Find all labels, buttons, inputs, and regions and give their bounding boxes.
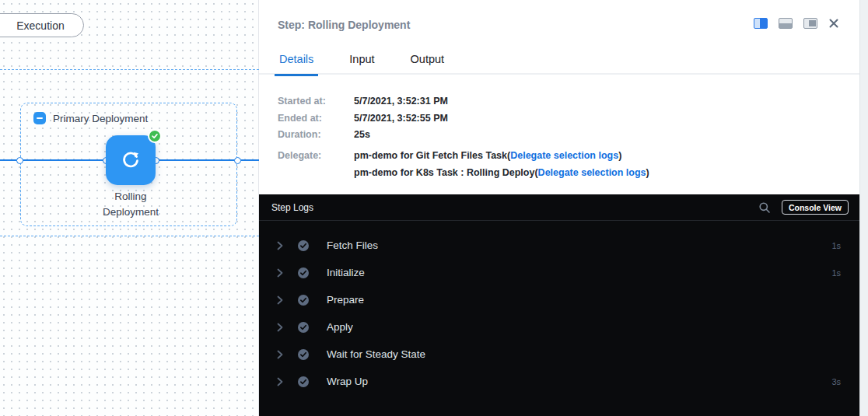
- group-label: Primary Deployment: [53, 113, 148, 124]
- log-row-wait-for-steady-state[interactable]: Wait for Steady State: [259, 341, 859, 368]
- log-section-label: Initialize: [327, 267, 831, 278]
- delegate-selection-logs-link[interactable]: Delegate selection logs: [538, 167, 646, 178]
- close-icon[interactable]: [828, 18, 839, 29]
- detail-value: 5/7/2021, 3:52:31 PM: [354, 96, 448, 107]
- chevron-right-icon[interactable]: [277, 377, 285, 386]
- log-row-initialize[interactable]: Initialize 1s: [259, 259, 859, 286]
- detail-row: Started at: 5/7/2021, 3:52:31 PM: [278, 96, 649, 107]
- detail-value: 25s: [354, 130, 370, 140]
- log-section-label: Apply: [327, 321, 841, 333]
- tab-details[interactable]: Details: [278, 48, 315, 75]
- check-circle-icon: [298, 267, 309, 278]
- step-detail-panel: Step: Rolling Deployment Details Input O…: [259, 0, 859, 416]
- chevron-right-icon[interactable]: [277, 350, 285, 359]
- search-icon[interactable]: [758, 201, 771, 214]
- check-circle-icon: [298, 349, 309, 360]
- group-header: Primary Deployment: [33, 112, 148, 124]
- detail-row-delegate: Delegate: pm-demo for Git Fetch Files Ta…: [278, 151, 649, 184]
- console-view-button[interactable]: Console View: [782, 200, 849, 215]
- check-circle-icon: [298, 295, 309, 306]
- layout-drawer-icon[interactable]: [803, 18, 817, 29]
- detail-label: Started at:: [278, 96, 354, 107]
- chevron-right-icon[interactable]: [277, 268, 285, 278]
- connector-port: [16, 157, 23, 164]
- pipeline-canvas[interactable]: Execution Primary Deployment: [0, 0, 259, 416]
- panel-title: Step: Rolling Deployment: [278, 19, 410, 31]
- detail-label: Ended at:: [278, 114, 354, 124]
- step-node-label: Rolling Deployment: [78, 189, 184, 220]
- chevron-right-icon[interactable]: [277, 323, 285, 332]
- collapse-group-button[interactable]: [33, 112, 46, 124]
- log-section-label: Wait for Steady State: [327, 348, 841, 360]
- detail-label: Duration:: [278, 130, 354, 140]
- delegate-line: pm-demo for K8s Task : Rolling Deploy(De…: [354, 168, 649, 178]
- log-rows: Fetch Files 1s Initialize 1s Prepare: [259, 221, 859, 395]
- step-details: Started at: 5/7/2021, 3:52:31 PM Ended a…: [278, 96, 649, 191]
- minus-icon: [37, 117, 43, 119]
- log-row-fetch-files[interactable]: Fetch Files 1s: [259, 232, 859, 259]
- refresh-icon: [120, 149, 142, 171]
- execution-tab[interactable]: Execution: [0, 13, 84, 37]
- step-logs-panel: Step Logs Console View Fetch Files 1s: [259, 194, 859, 416]
- tab-input[interactable]: Input: [348, 48, 376, 75]
- detail-label: Delegate:: [278, 151, 354, 184]
- log-row-prepare[interactable]: Prepare: [259, 286, 859, 313]
- step-logs-title: Step Logs: [271, 202, 313, 213]
- delegate-line: pm-demo for Git Fetch Files Task(Delegat…: [354, 151, 649, 161]
- execution-tab-label: Execution: [16, 19, 64, 32]
- log-duration: 1s: [831, 241, 841, 250]
- log-section-label: Prepare: [327, 294, 841, 306]
- chevron-right-icon[interactable]: [277, 241, 285, 250]
- log-duration: 1s: [831, 268, 841, 278]
- panel-layout-controls: [754, 18, 839, 29]
- chevron-right-icon[interactable]: [277, 295, 285, 305]
- delegate-selection-logs-link[interactable]: Delegate selection logs: [510, 150, 618, 161]
- delegate-values: pm-demo for Git Fetch Files Task(Delegat…: [354, 151, 649, 184]
- right-edge-strip: [859, 0, 868, 416]
- layout-split-right-icon[interactable]: [754, 18, 768, 29]
- detail-tabs: Details Input Output: [259, 48, 859, 75]
- step-node-rolling-deployment[interactable]: [106, 135, 156, 185]
- connector-port: [234, 157, 241, 164]
- layout-bottom-icon[interactable]: [779, 18, 793, 29]
- detail-row: Duration: 25s: [278, 130, 649, 140]
- stage-boundary-line-bottom: [0, 236, 259, 236]
- tab-output[interactable]: Output: [409, 48, 446, 75]
- success-check-icon: [148, 129, 162, 143]
- check-circle-icon: [298, 376, 309, 387]
- log-row-apply[interactable]: Apply: [259, 313, 859, 341]
- log-section-label: Wrap Up: [327, 376, 831, 387]
- pipeline-execution-view: Execution Primary Deployment: [0, 0, 868, 416]
- stage-boundary-line-top: [0, 69, 259, 70]
- log-row-wrap-up[interactable]: Wrap Up 3s: [259, 368, 859, 395]
- detail-value: 5/7/2021, 3:52:55 PM: [354, 114, 448, 124]
- check-circle-icon: [298, 322, 309, 333]
- check-circle-icon: [298, 240, 309, 251]
- detail-row: Ended at: 5/7/2021, 3:52:55 PM: [278, 114, 649, 124]
- log-section-label: Fetch Files: [327, 239, 831, 251]
- step-logs-header: Step Logs Console View: [259, 194, 859, 221]
- log-duration: 3s: [831, 377, 841, 386]
